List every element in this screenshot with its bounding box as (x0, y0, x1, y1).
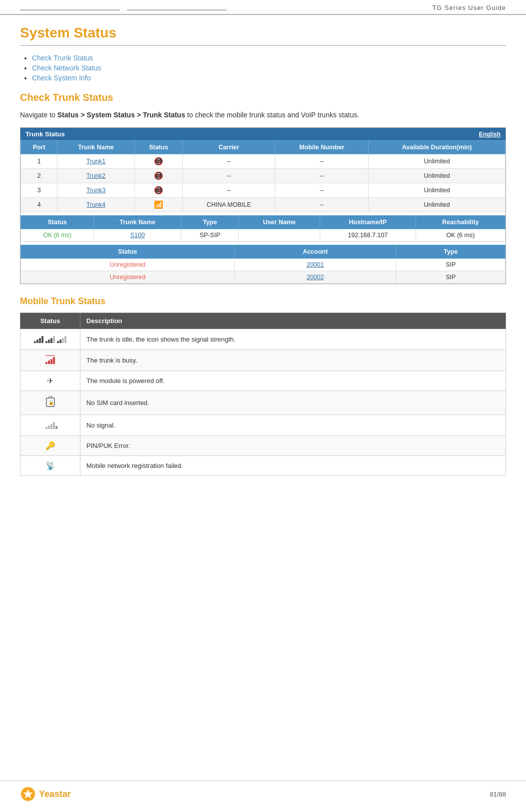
status-cell: Unregistered (21, 271, 235, 284)
col-account: Account (234, 245, 396, 259)
desc-row-no-sim: 🔒 No SIM card inserted. (20, 391, 506, 415)
carrier-cell: -- (183, 169, 275, 183)
table-row: 4 Trunk4 📶 CHINA MOBILE -- Unlimited (21, 198, 506, 212)
trunk-link[interactable]: Trunk2 (86, 172, 105, 179)
footer-logo-text: Yeastar (39, 789, 71, 800)
mobile-cell: -- (275, 198, 369, 212)
signal-idle-icons (34, 334, 66, 343)
trunk-link[interactable]: S100 (130, 232, 145, 239)
desc-row-net-fail: 📡 Mobile network registration failed. (20, 456, 506, 476)
col-status: Status (21, 216, 94, 229)
sig-icon-3 (57, 334, 66, 343)
toc-list: Check Trunk Status Check Network Status … (32, 54, 506, 82)
table-row: Unregistered 20002 SIP (21, 271, 506, 284)
desc-row-airplane: ✈ The module is powered off. (20, 371, 506, 391)
toc-item-1[interactable]: Check Trunk Status (32, 54, 506, 62)
account-cell: 20002 (234, 271, 396, 284)
toc-link-3[interactable]: Check System Info (32, 74, 91, 82)
svg-text:🔒: 🔒 (48, 400, 54, 406)
col-username: User Name (239, 216, 320, 229)
account-link[interactable]: 20001 (307, 261, 324, 268)
status-icon-no-sim: 🔒 (20, 391, 80, 415)
toc-link-2[interactable]: Check Network Status (32, 64, 101, 72)
username-cell (239, 229, 320, 242)
carrier-cell: -- (183, 154, 275, 169)
toc-item-2[interactable]: Check Network Status (32, 64, 506, 72)
page-title: System Status (20, 25, 506, 46)
account-cell: 20001 (234, 259, 396, 271)
desc-row-signal-busy: The trunk is busy. (20, 350, 506, 371)
mobile-cell: -- (275, 169, 369, 183)
desc-cell-airplane: The module is powered off. (80, 371, 506, 391)
desc-cell-net-fail: Mobile network registration failed. (80, 456, 506, 476)
trunk-name-cell: Trunk1 (57, 154, 135, 169)
col-trunk-name: Trunk Name (57, 141, 135, 154)
col-hostname: Hostname/IP (320, 216, 416, 229)
status-cell: OK (6 ms) (21, 229, 94, 242)
header-line-2 (127, 9, 227, 10)
pin-icon: 🔑 (45, 441, 55, 450)
col-reachability: Reachability (416, 216, 505, 229)
english-link[interactable]: English (479, 131, 501, 138)
status-icon-idle (20, 329, 80, 350)
account-link[interactable]: 20002 (307, 274, 324, 281)
type-cell: SP-SIP (181, 229, 239, 242)
trunk-link[interactable]: Trunk4 (86, 201, 105, 208)
footer-logo: Yeastar (20, 786, 71, 802)
no-sim-icon: 📵 (154, 186, 163, 194)
col-description-header: Description (80, 313, 506, 329)
trunk-name-cell: Trunk3 (57, 183, 135, 198)
doc-title: TG Series User Guide (432, 4, 506, 11)
col-carrier: Carrier (183, 141, 275, 154)
check-trunk-heading: Check Trunk Status (20, 92, 506, 103)
nav-path: Status > System Status > Trunk Status (57, 111, 185, 119)
header-line-1 (20, 9, 120, 10)
duration-cell: Unlimited (369, 198, 506, 212)
trunk-status-box: Trunk Status English Port Trunk Name Sta… (20, 127, 506, 284)
svg-marker-1 (46, 397, 52, 398)
toc-item-3[interactable]: Check System Info (32, 74, 506, 82)
sim-svg: 🔒 (46, 396, 55, 407)
trunk-link[interactable]: Trunk3 (86, 187, 105, 194)
footer-page: 81/88 (490, 791, 506, 798)
col-port: Port (21, 141, 57, 154)
page-content: System Status Check Trunk Status Check N… (0, 15, 526, 506)
voip-trunk-table: Status Trunk Name Type User Name Hostnam… (20, 215, 506, 242)
trunk-link[interactable]: Trunk1 (86, 158, 105, 165)
net-fail-icon: 📡 (45, 461, 55, 470)
sip-header-row: Status Account Type (21, 245, 506, 259)
port-cell: 1 (21, 154, 57, 169)
status-icon-busy (20, 350, 80, 371)
col-status-header: Status (20, 313, 80, 329)
status-icon-cell: 📵 (134, 169, 182, 183)
trunk-name-cell: Trunk4 (57, 198, 135, 212)
trunk-name-cell: S100 (94, 229, 181, 242)
table-row: 3 Trunk3 📵 -- -- Unlimited (21, 183, 506, 198)
airplane-icon: ✈ (47, 377, 53, 385)
mobile-cell: -- (275, 183, 369, 198)
no-sim-desc-icon: 🔒 (46, 396, 55, 409)
col-trunk-name: Trunk Name (94, 216, 181, 229)
x-mark: x (55, 424, 58, 430)
desc-cell-idle: The trunk is idle, the icon shows the si… (80, 329, 506, 350)
hostname-cell: 192.168.7.107 (320, 229, 416, 242)
desc-cell-no-signal: No signal. (80, 415, 506, 436)
header-lines (20, 5, 432, 10)
status-cell: Unregistered (21, 259, 235, 271)
signal-busy-icon (45, 355, 55, 364)
table-row: 2 Trunk2 📵 -- -- Unlimited (21, 169, 506, 183)
mobile-cell: -- (275, 154, 369, 169)
carrier-cell: -- (183, 183, 275, 198)
toc-link-1[interactable]: Check Trunk Status (32, 54, 93, 62)
mobile-trunk-table: Port Trunk Name Status Carrier Mobile Nu… (20, 140, 506, 212)
page-footer: Yeastar 81/88 (0, 781, 526, 802)
status-icon-airplane: ✈ (20, 371, 80, 391)
desc-row-signal-idle: The trunk is idle, the icon shows the si… (20, 329, 506, 350)
type-cell: SIP (396, 271, 506, 284)
carrier-cell: CHINA MOBILE (183, 198, 275, 212)
duration-cell: Unlimited (369, 154, 506, 169)
mobile-trunk-header-row: Port Trunk Name Status Carrier Mobile Nu… (21, 141, 506, 154)
col-status: Status (134, 141, 182, 154)
port-cell: 3 (21, 183, 57, 198)
desc-cell-no-sim: No SIM card inserted. (80, 391, 506, 415)
